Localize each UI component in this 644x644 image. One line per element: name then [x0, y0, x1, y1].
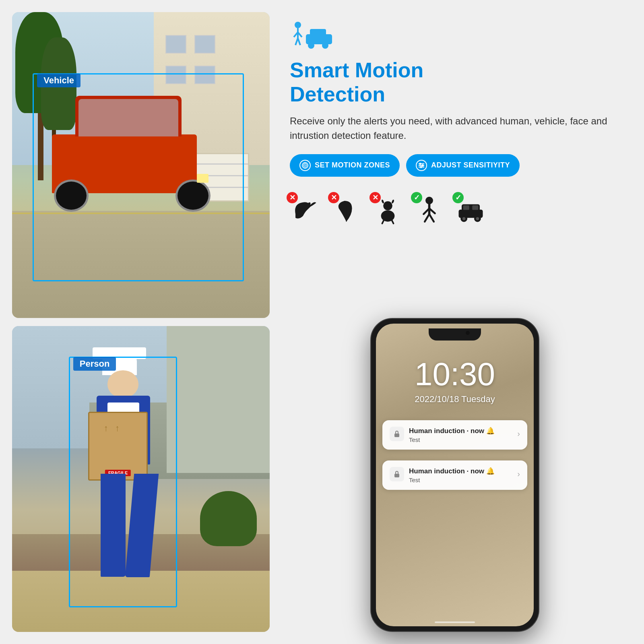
wall-window-2 — [194, 35, 215, 54]
phone-time: 10:30 — [376, 356, 534, 393]
svg-line-23 — [392, 220, 394, 223]
human-car-icon — [290, 20, 334, 52]
dog-detection-item: ✕ — [373, 195, 403, 225]
svg-point-16 — [419, 163, 421, 165]
svg-rect-37 — [463, 205, 469, 210]
person-detection-item: ✓ — [414, 195, 444, 225]
person-badge: ✓ — [411, 192, 422, 203]
vehicle-camera-frame: Vehicle — [12, 12, 270, 318]
svg-line-29 — [425, 214, 429, 221]
svg-line-5 — [298, 38, 300, 45]
feature-icon-group — [290, 20, 620, 52]
notification-card-2[interactable]: Human induction · now 🔔 Test › — [382, 460, 527, 490]
adjust-sensitivity-button[interactable]: ADJUST SENSITIYITY — [406, 154, 520, 177]
car-scene: Vehicle — [12, 12, 270, 318]
fingerprint-icon — [301, 162, 309, 169]
right-top-section: Smart Motion Detection Receive only the … — [278, 12, 632, 310]
bird-badge: ✕ — [287, 192, 298, 203]
notif-1-icon — [390, 427, 404, 441]
svg-point-17 — [422, 164, 424, 166]
vehicle-detection-box: Vehicle — [33, 73, 244, 281]
notif-1-subtitle: Test — [409, 436, 495, 443]
notif-1-content: Human induction · now 🔔 Test — [409, 427, 495, 443]
svg-rect-39 — [394, 433, 399, 437]
phone-screen: 10:30 2022/10/18 Tuesday Human indu — [376, 324, 534, 626]
set-motion-zones-button[interactable]: SET MOTION ZONES — [290, 154, 400, 177]
wall-window-1 — [165, 35, 186, 54]
action-buttons: SET MOTION ZONES ADJUST SENSITIYITY — [290, 154, 620, 177]
phone-notch — [429, 328, 481, 341]
svg-line-24 — [382, 220, 384, 223]
svg-point-9 — [322, 42, 328, 49]
main-title: Smart Motion Detection — [290, 58, 620, 107]
svg-point-34 — [462, 217, 466, 220]
person-detection-box: Person — [69, 357, 177, 607]
svg-point-21 — [381, 210, 395, 221]
car-badge: ✓ — [452, 192, 464, 203]
svg-point-8 — [308, 42, 314, 49]
notif-1-left: Human induction · now 🔔 Test — [390, 427, 495, 443]
notif-2-subtitle: Test — [409, 477, 495, 483]
person-scene: ↑ ↑ FRAGILE Person — [12, 326, 270, 632]
svg-rect-38 — [472, 205, 478, 210]
notif-2-content: Human induction · now 🔔 Test — [409, 467, 495, 483]
svg-point-36 — [476, 217, 479, 220]
vehicle-label: Vehicle — [37, 74, 80, 87]
phone-mockup: 10:30 2022/10/18 Tuesday Human indu — [370, 318, 539, 632]
svg-point-0 — [295, 22, 301, 28]
phone-date: 2022/10/18 Tuesday — [376, 394, 534, 405]
detection-icons-row: ✕ ✕ ✕ — [290, 195, 620, 225]
person-camera-frame: ↑ ↑ FRAGILE Person — [12, 326, 270, 632]
notif-2-chevron[interactable]: › — [517, 469, 520, 479]
notif-1-title: Human induction · now 🔔 — [409, 427, 495, 435]
svg-rect-7 — [310, 29, 326, 36]
bush — [200, 491, 257, 546]
sliders-svg — [418, 162, 425, 169]
main-description: Receive only the alerts you need, with a… — [290, 114, 620, 143]
svg-point-12 — [305, 165, 306, 166]
right-bottom-section: 10:30 2022/10/18 Tuesday Human indu — [278, 318, 632, 632]
car-detection-item: ✓ — [456, 195, 486, 225]
lock-icon-2 — [393, 470, 401, 478]
bird-detection-item: ✕ — [290, 195, 320, 225]
side-button-1 — [539, 371, 539, 391]
svg-line-30 — [429, 214, 434, 221]
notif-2-title: Human induction · now 🔔 — [409, 467, 495, 475]
home-indicator — [435, 621, 475, 623]
person-label: Person — [73, 357, 116, 371]
person-wall — [167, 326, 270, 473]
svg-rect-40 — [394, 474, 399, 477]
notification-card-1[interactable]: Human induction · now 🔔 Test › — [382, 420, 527, 450]
zones-icon — [299, 160, 311, 171]
notif-1-chevron[interactable]: › — [517, 429, 520, 438]
leaf-badge: ✕ — [328, 192, 339, 203]
leaf-detection-item: ✕ — [331, 195, 361, 225]
side-button-3 — [370, 382, 371, 396]
left-column: Vehicle — [12, 12, 270, 632]
svg-point-19 — [308, 202, 311, 204]
sliders-icon — [416, 160, 427, 171]
notif-2-left: Human induction · now 🔔 Test — [390, 467, 495, 483]
notif-2-icon — [390, 467, 404, 481]
main-container: Vehicle — [0, 0, 644, 644]
dog-badge: ✕ — [369, 192, 381, 203]
side-button-2 — [370, 363, 371, 377]
svg-point-22 — [383, 201, 392, 211]
lock-icon-1 — [393, 430, 401, 438]
svg-point-18 — [420, 166, 422, 168]
